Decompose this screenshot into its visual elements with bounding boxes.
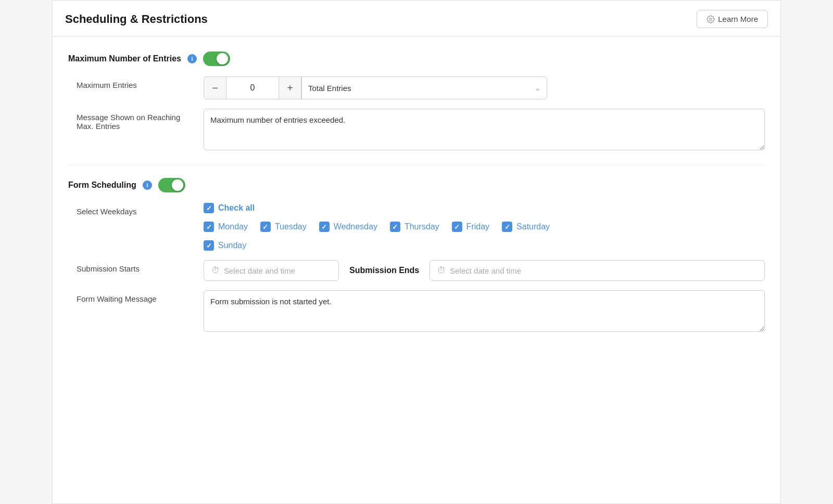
clock-icon-ends: ⏱	[437, 266, 446, 275]
submission-inputs: ⏱ Select date and time Submission Ends ⏱…	[204, 260, 765, 281]
saturday-checkbox[interactable]: ✓	[502, 222, 512, 232]
monday-check: ✓	[206, 224, 212, 230]
monday-label: Monday	[218, 222, 248, 231]
submission-starts-field-label: Submission Starts	[77, 260, 191, 273]
sunday-label: Sunday	[218, 241, 246, 250]
weekday-saturday[interactable]: ✓ Saturday	[502, 222, 550, 232]
saturday-check: ✓	[504, 224, 510, 230]
maximum-entries-row: Maximum Entries − + Total Entries ⌄	[77, 76, 765, 99]
max-entries-label: Maximum Number of Entries	[68, 54, 181, 63]
max-message-control: Maximum number of entries exceeded.	[204, 109, 765, 152]
thursday-check: ✓	[392, 224, 398, 230]
svg-point-0	[710, 18, 712, 20]
maximum-entries-label: Maximum Entries	[77, 76, 191, 89]
weekday-friday[interactable]: ✓ Friday	[452, 222, 489, 232]
maximum-entries-control: − + Total Entries ⌄	[204, 76, 765, 99]
submission-starts-input[interactable]: ⏱ Select date and time	[204, 260, 339, 281]
stepper-input[interactable]	[226, 76, 279, 99]
wednesday-label: Wednesday	[334, 222, 377, 231]
max-entries-subsection: Maximum Entries − + Total Entries ⌄ Mes	[77, 76, 765, 152]
learn-more-label: Learn More	[718, 15, 758, 23]
submission-ends-input[interactable]: ⏱ Select date and time	[430, 260, 765, 281]
weekday-wednesday[interactable]: ✓ Wednesday	[319, 222, 377, 232]
submission-starts-placeholder: Select date and time	[224, 266, 295, 275]
sunday-checkbox[interactable]: ✓	[204, 240, 214, 251]
gear-icon	[706, 15, 715, 23]
form-scheduling-toggle[interactable]	[158, 178, 185, 192]
max-message-textarea[interactable]: Maximum number of entries exceeded.	[204, 109, 765, 150]
thursday-checkbox[interactable]: ✓	[390, 222, 400, 232]
weekday-row-2: ✓ Sunday	[204, 240, 765, 251]
max-message-row: Message Shown on ReachingMax. Entries Ma…	[77, 109, 765, 152]
weekdays-control: ✓ Check all ✓ Monday	[204, 203, 765, 251]
submission-ends-placeholder: Select date and time	[450, 266, 521, 275]
weekday-row-1: ✓ Monday ✓ Tuesday	[204, 222, 765, 232]
waiting-message-field-label: Form Waiting Message	[77, 290, 191, 303]
page-header: Scheduling & Restrictions Learn More	[53, 1, 780, 37]
increment-button[interactable]: +	[279, 76, 301, 99]
waiting-message-row: Form Waiting Message Form submission is …	[77, 290, 765, 334]
submission-dates-control: ⏱ Select date and time Submission Ends ⏱…	[204, 260, 765, 281]
friday-checkbox[interactable]: ✓	[452, 222, 462, 232]
clock-icon-starts: ⏱	[211, 266, 220, 275]
weekday-thursday[interactable]: ✓ Thursday	[390, 222, 439, 232]
wednesday-checkbox[interactable]: ✓	[319, 222, 330, 232]
total-entries-select[interactable]: Total Entries ⌄	[301, 76, 547, 99]
thursday-label: Thursday	[405, 222, 439, 231]
total-entries-label: Total Entries	[308, 84, 351, 93]
section-divider-1	[68, 165, 765, 165]
decrement-button[interactable]: −	[204, 76, 226, 99]
tuesday-check: ✓	[262, 224, 268, 230]
saturday-label: Saturday	[516, 222, 550, 231]
submission-dates-row: Submission Starts ⏱ Select date and time…	[77, 260, 765, 281]
weekday-tuesday[interactable]: ✓ Tuesday	[260, 222, 307, 232]
page-title: Scheduling & Restrictions	[65, 12, 208, 26]
number-stepper: − + Total Entries ⌄	[204, 76, 547, 99]
weekdays-group: ✓ Check all ✓ Monday	[204, 203, 765, 251]
content-area: Maximum Number of Entries i Maximum Entr…	[53, 37, 780, 361]
check-all-row: ✓ Check all	[204, 203, 765, 213]
check-all-label[interactable]: Check all	[218, 203, 255, 213]
max-message-label: Message Shown on ReachingMax. Entries	[77, 109, 191, 131]
weekdays-field-label: Select Weekdays	[77, 203, 191, 216]
friday-label: Friday	[466, 222, 489, 231]
scheduling-toggle-thumb	[172, 179, 183, 191]
check-all-checkbox[interactable]: ✓	[204, 203, 214, 213]
form-scheduling-section-header: Form Scheduling i	[68, 178, 765, 192]
waiting-message-control: Form submission is not started yet.	[204, 290, 765, 334]
wednesday-check: ✓	[321, 224, 327, 230]
check-all-checkmark: ✓	[206, 205, 212, 212]
page-container: Scheduling & Restrictions Learn More Max…	[52, 0, 781, 504]
weekdays-row: Select Weekdays ✓ Check all	[77, 203, 765, 251]
form-scheduling-label: Form Scheduling	[68, 180, 136, 190]
tuesday-label: Tuesday	[275, 222, 307, 231]
max-entries-toggle[interactable]	[203, 51, 230, 66]
max-entries-info-icon: i	[187, 54, 197, 63]
weekday-sunday[interactable]: ✓ Sunday	[204, 240, 246, 251]
monday-checkbox[interactable]: ✓	[204, 222, 214, 232]
sunday-check: ✓	[206, 242, 212, 249]
toggle-thumb	[217, 53, 228, 64]
weekday-monday[interactable]: ✓ Monday	[204, 222, 248, 232]
submission-ends-label: Submission Ends	[349, 266, 419, 275]
friday-check: ✓	[454, 224, 460, 230]
waiting-message-textarea[interactable]: Form submission is not started yet.	[204, 290, 765, 332]
max-entries-section-header: Maximum Number of Entries i	[68, 51, 765, 66]
learn-more-button[interactable]: Learn More	[697, 10, 768, 28]
tuesday-checkbox[interactable]: ✓	[260, 222, 271, 232]
chevron-down-icon: ⌄	[535, 84, 540, 92]
form-scheduling-info-icon: i	[143, 180, 152, 190]
scheduling-subsection: Select Weekdays ✓ Check all	[77, 203, 765, 334]
